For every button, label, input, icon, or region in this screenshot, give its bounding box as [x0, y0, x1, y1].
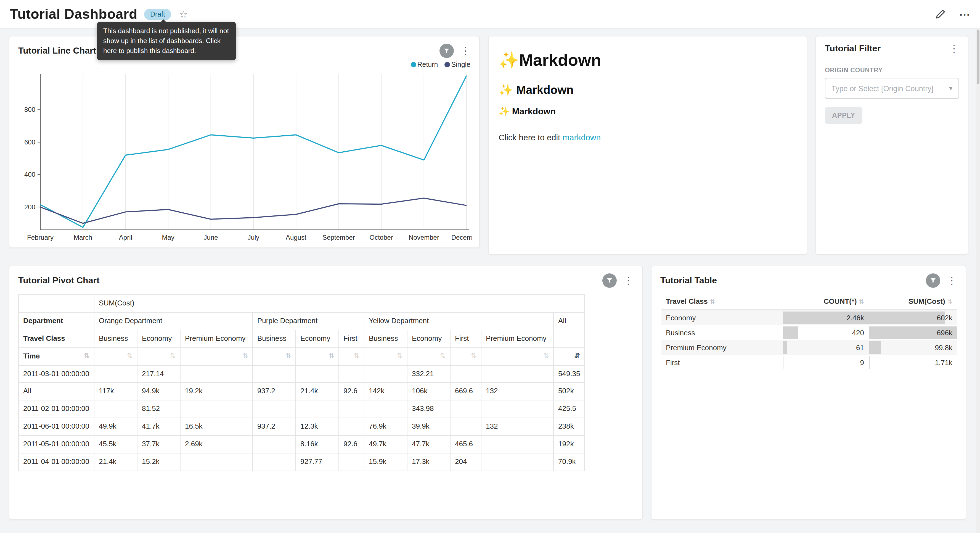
pivot-department-corner: Department	[19, 312, 94, 330]
sort-icon[interactable]: ⇅	[440, 351, 445, 359]
sort-icon: ⇅	[710, 298, 715, 305]
table-card-title: Tutorial Table	[660, 276, 717, 286]
apply-button[interactable]: APPLY	[825, 107, 862, 124]
sort-descending-icon[interactable]: ⇵	[574, 351, 580, 359]
sort-icon[interactable]: ⇅	[397, 351, 402, 359]
pivot-cell	[339, 418, 364, 436]
pivot-cell: 81.52	[137, 401, 180, 418]
favorite-star-icon[interactable]: ☆	[179, 8, 188, 20]
pivot-cell: 425.5	[554, 401, 584, 418]
kebab-menu-icon[interactable]: ⋮	[947, 276, 957, 286]
kebab-menu-icon[interactable]: ⋮	[623, 276, 633, 286]
sort-icon[interactable]: ⇅	[543, 351, 549, 359]
pivot-row-label: 2011-03-01 00:00:00	[19, 365, 94, 383]
pivot-travel-class-corner: Travel Class	[19, 330, 94, 348]
pivot-cell: 549.35	[554, 365, 584, 383]
pivot-cell: 937.2	[253, 418, 296, 436]
draft-badge[interactable]: Draft	[144, 8, 171, 20]
svg-text:400: 400	[24, 171, 35, 178]
pivot-cell	[180, 453, 253, 471]
legend-item[interactable]: Single	[445, 61, 471, 69]
kebab-menu-icon[interactable]: ⋮	[949, 44, 959, 54]
pivot-cell: 15.9k	[364, 453, 407, 471]
legend-dot-icon	[445, 62, 450, 67]
sum-cell: 696k	[869, 326, 957, 340]
sort-icon[interactable]: ⇅	[471, 351, 476, 359]
pivot-sorter-cell: ⇅	[481, 348, 554, 365]
sort-icon[interactable]: ⇅	[127, 351, 132, 359]
pivot-cell	[253, 401, 296, 418]
line-chart-card-header: Tutorial Line Chart ⋮	[10, 37, 479, 60]
pivot-time-corner: Time⇅	[19, 348, 94, 365]
count-cell: 2.46k	[782, 310, 869, 326]
pivot-corner-blank	[19, 295, 94, 312]
pivot-table-wrap: SUM(Cost)DepartmentOrange DepartmentPurp…	[10, 290, 642, 471]
pivot-sorter-cell: ⇅	[137, 348, 180, 365]
markdown-heading-1: ✨Markdown	[498, 51, 795, 70]
sort-icon[interactable]: ⇅	[242, 351, 248, 359]
table-row[interactable]: Premium Economy6199.8k	[662, 340, 957, 355]
pivot-cell	[450, 401, 481, 418]
pivot-cell: 21.4k	[94, 453, 137, 471]
pivot-metric-label: SUM(Cost)	[94, 295, 584, 312]
pivot-cell	[253, 365, 296, 383]
line-chart-title: Tutorial Line Chart	[18, 46, 96, 56]
pivot-cell: 92.6	[339, 383, 364, 401]
sort-icon: ⇅	[947, 298, 952, 305]
sort-icon[interactable]: ⇅	[329, 351, 334, 359]
svg-text:December: December	[451, 234, 471, 241]
filter-funnel-icon[interactable]	[602, 273, 617, 288]
edit-pencil-icon[interactable]	[935, 9, 946, 19]
line-chart-legend: ReturnSingle	[410, 61, 470, 69]
more-options-icon[interactable]: ⋯	[959, 8, 970, 20]
table-column-header[interactable]: Travel Class⇅	[662, 293, 782, 310]
pivot-cell: 927.77	[296, 453, 339, 471]
kebab-menu-icon[interactable]: ⋮	[460, 46, 470, 56]
pivot-cell	[339, 365, 364, 383]
ttable-body: Economy2.46k602kBusiness420696kPremium E…	[662, 310, 957, 370]
pivot-metric-row: SUM(Cost)	[19, 295, 584, 312]
origin-country-select[interactable]: Type or Select [Origin Country] ▾	[825, 78, 959, 99]
pivot-cell	[296, 401, 339, 418]
sort-icon[interactable]: ⇅	[285, 351, 291, 359]
markdown-edit-link[interactable]: markdown	[563, 132, 601, 142]
pivot-time-row: Time⇅⇅⇅⇅⇅⇅⇅⇅⇅⇅⇅⇵	[19, 348, 584, 365]
count-cell: 420	[782, 326, 869, 340]
sort-icon[interactable]: ⇅	[354, 351, 360, 359]
table-column-header[interactable]: SUM(Cost)⇅	[869, 293, 957, 310]
origin-country-label: ORIGIN COUNTRY	[825, 67, 959, 73]
pivot-cell: 106k	[407, 383, 450, 401]
pivot-cell: 45.5k	[94, 436, 137, 453]
cell-value: 61	[856, 343, 864, 352]
legend-item[interactable]: Return	[410, 61, 438, 69]
pivot-sorter-cell: ⇵	[554, 348, 584, 365]
sort-icon[interactable]: ⇅	[84, 351, 89, 359]
filter-funnel-icon[interactable]	[439, 44, 454, 58]
svg-text:July: July	[248, 234, 259, 241]
table-row[interactable]: First91.71k	[662, 355, 957, 370]
sum-cell: 99.8k	[869, 340, 957, 355]
svg-text:200: 200	[24, 203, 35, 211]
pivot-cell: 21.4k	[296, 383, 339, 401]
pivot-col-group-label: All	[554, 312, 584, 330]
filter-funnel-icon[interactable]	[926, 273, 940, 288]
pivot-row: 2011-04-01 00:00:0021.4k15.2k927.7715.9k…	[19, 453, 584, 471]
table-column-header[interactable]: COUNT(*)⇅	[782, 293, 869, 310]
pivot-col-label: Economy	[137, 330, 180, 348]
pivot-cell: 15.2k	[137, 453, 180, 471]
table-row[interactable]: Business420696k	[662, 326, 957, 340]
select-placeholder: Type or Select [Origin Country]	[832, 84, 947, 93]
pivot-col-label: Economy	[296, 330, 339, 348]
table-row[interactable]: Economy2.46k602k	[662, 310, 957, 326]
pivot-col-label	[554, 330, 584, 348]
cell-value: 2.46k	[846, 314, 864, 322]
travel-class-cell: Economy	[662, 310, 782, 326]
pivot-cell	[481, 453, 554, 471]
filter-card-header: Tutorial Filter ⋮	[816, 37, 968, 56]
value-bar	[869, 311, 945, 324]
pivot-cell	[364, 401, 407, 418]
scrollbar-thumb[interactable]	[977, 30, 980, 84]
sort-icon[interactable]: ⇅	[170, 351, 176, 359]
pivot-cell: 238k	[554, 418, 584, 436]
vertical-scrollbar[interactable]	[976, 29, 980, 533]
